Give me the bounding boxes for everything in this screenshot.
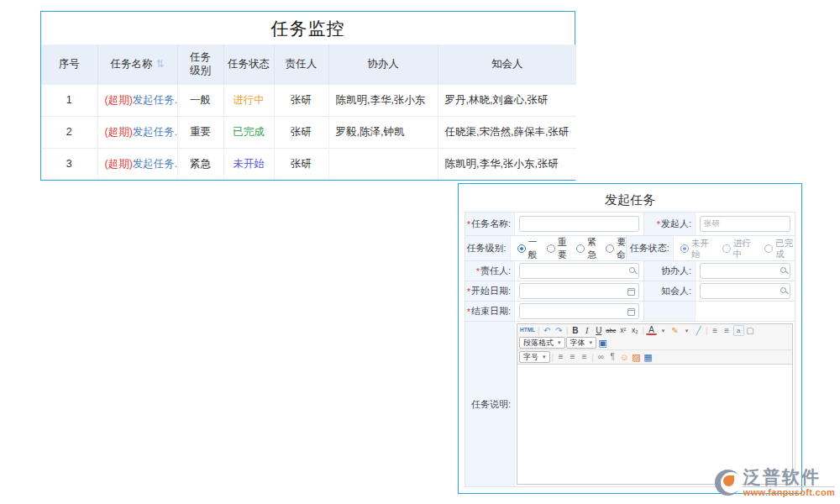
task-link[interactable]: 发起任务... [133,158,177,170]
editor-toolbar-row1: HTML | ↶ ↷ | B I U abc x² x₂ | A ▾ ✎ ▾ ╱ [517,324,792,350]
cell-no: 3 [41,148,97,180]
insert-image-icon[interactable]: ▨ [631,352,642,363]
strikethrough-icon[interactable]: abc [605,325,617,336]
radio-icon[interactable] [680,244,689,253]
chevron-down-icon: ▾ [543,354,546,360]
rich-text-editor: HTML | ↶ ↷ | B I U abc x² x₂ | A ▾ ✎ ▾ ╱ [517,323,793,485]
end-date-input[interactable] [519,303,639,319]
italic-icon[interactable]: I [581,325,592,336]
font-family-select[interactable]: 字体▾ [566,337,597,349]
task-monitor-panel: 任务监控 序号 任务名称⇅ 任务级别 任务状态 责任人 协办人 知会人 1 (超… [40,11,575,181]
cell-status: 已完成 [223,116,274,148]
emoji-icon[interactable]: ☺ [619,352,630,363]
superscript-icon[interactable]: x² [617,325,628,336]
bold-icon[interactable]: B [570,325,580,336]
chevron-down-icon: ▾ [590,339,593,346]
align-center-icon[interactable]: ≡ [567,352,578,363]
paragraph-mark-icon[interactable]: ¶ [607,352,618,363]
start-date-input[interactable] [519,283,639,299]
fullscreen-icon[interactable]: ▣ [597,338,608,349]
undo-icon[interactable]: ↶ [542,325,553,336]
cell-level: 一般 [177,84,223,116]
underline-icon[interactable]: U [593,325,604,336]
source-code-icon[interactable]: HTML [519,325,536,336]
fanpu-logo-icon [715,470,741,496]
calendar-icon[interactable] [627,288,635,296]
align-left-icon[interactable]: ≡ [555,352,566,363]
link-icon[interactable]: ∞ [596,352,606,363]
calendar-icon[interactable] [627,308,635,316]
cell-status: 未开始 [223,148,274,180]
task-table: 序号 任务名称⇅ 任务级别 任务状态 责任人 协办人 知会人 1 (超期)发起任… [41,45,576,180]
search-icon[interactable] [629,267,635,273]
cell-collaborator: 罗毅,陈泽,钟凯 [328,116,438,148]
col-header-no: 序号 [41,45,97,84]
cell-task-name: (超期)发起任务... [97,116,177,148]
search-icon[interactable] [780,267,786,273]
cell-no: 2 [41,116,97,148]
editor-content-area[interactable] [517,365,792,484]
col-header-task-name[interactable]: 任务名称⇅ [97,45,177,84]
toolbar-separator: | [642,326,644,335]
radio-icon[interactable] [547,244,555,253]
subscript-icon[interactable]: x₂ [629,325,640,336]
task-name-input[interactable] [519,216,639,232]
cell-level: 重要 [177,116,223,148]
cell-task-name: (超期)发起任务... [97,148,177,180]
col-header-owner: 责任人 [274,45,328,84]
align-right-icon[interactable]: ≡ [579,352,590,363]
radio-icon[interactable] [722,244,731,253]
redo-icon[interactable]: ↷ [554,325,564,336]
anchor-icon[interactable]: a [733,325,744,336]
chevron-down-icon: ▾ [558,339,561,346]
radio-icon[interactable] [576,244,585,253]
level-label: 任务级别: [465,236,511,260]
overdue-tag: (超期) [105,126,133,138]
informed-input[interactable] [700,283,790,299]
new-page-icon[interactable]: ▢ [745,325,756,336]
table-header-row: 序号 任务名称⇅ 任务级别 任务状态 责任人 协办人 知会人 [41,45,576,84]
form-row-description: 任务说明: HTML | ↶ ↷ | B I U abc x² x₂ | A ▾ [465,322,795,486]
form-row-end-date: *结束日期: [465,302,795,322]
form-row-start-informed: *开始日期: 知会人: [465,281,795,302]
insert-media-icon[interactable]: ▦ [643,352,654,363]
initiator-input[interactable]: 张研 [700,216,790,232]
font-color-caret-icon[interactable]: ▾ [658,325,669,336]
col-header-informed: 知会人 [438,45,576,84]
sort-icon[interactable]: ⇅ [155,58,164,70]
level-radio-urgent[interactable]: 紧急 [576,236,596,261]
level-radio-important[interactable]: 重要 [547,236,567,261]
task-link[interactable]: 发起任务... [133,126,177,138]
highlight-icon[interactable]: ✎ [669,325,680,336]
collaborator-input[interactable] [700,263,790,279]
clear-format-icon[interactable]: ╱ [693,325,704,336]
highlight-caret-icon[interactable]: ▾ [681,325,692,336]
owner-label: *责任人: [465,261,515,281]
search-icon[interactable] [780,287,786,293]
paragraph-format-select[interactable]: 段落格式▾ [519,337,565,349]
col-header-collaborator: 协办人 [328,45,438,84]
toolbar-separator: | [566,326,569,335]
ordered-list-icon[interactable]: ≡ [710,325,721,336]
empty-label-cell [643,302,696,321]
radio-icon[interactable] [517,244,526,253]
cell-task-name: (超期)发起任务... [97,84,177,116]
task-link[interactable]: 发起任务... [133,94,177,106]
cell-collaborator: 陈凯明,李华,张小东 [328,84,438,116]
cell-status: 进行中 [223,84,274,116]
radio-icon[interactable] [764,244,773,253]
font-color-icon[interactable]: A [646,327,657,335]
font-size-select[interactable]: 字号▾ [519,351,550,363]
editor-toolbar-row2: 字号▾ | ≡ ≡ ≡ | ∞ ¶ ☺ ▨ ▦ [517,350,792,365]
initiator-label: *发起人: [643,213,696,235]
cell-informed: 罗丹,林晓,刘鑫心,张研 [438,84,576,116]
status-radio-in-progress[interactable]: 进行中 [722,238,753,258]
level-radio-general[interactable]: 一般 [517,236,538,261]
status-radio-done[interactable]: 已完成 [764,238,795,258]
status-radio-not-started[interactable]: 未开始 [680,238,711,258]
radio-icon[interactable] [606,244,614,253]
level-radio-critical[interactable]: 要命 [606,236,626,261]
cell-owner: 张研 [274,148,328,180]
unordered-list-icon[interactable]: ≡ [722,325,732,336]
owner-input[interactable] [519,263,639,279]
